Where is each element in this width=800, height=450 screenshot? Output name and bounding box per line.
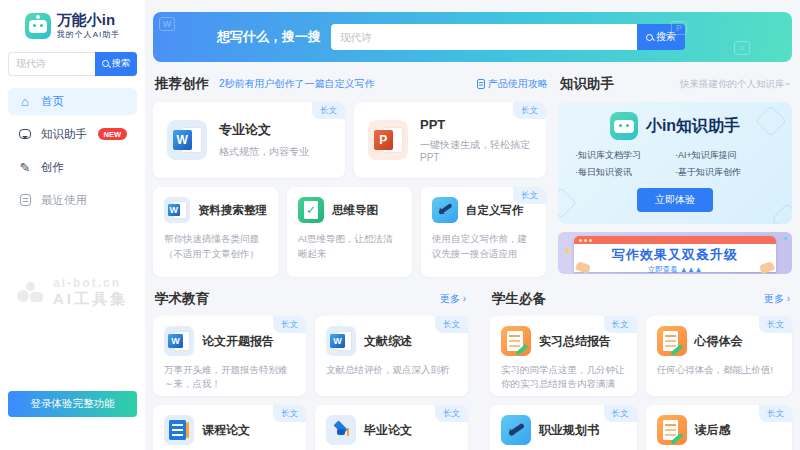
home-icon (18, 94, 32, 108)
card-title: 职业规划书 (539, 422, 599, 439)
hero-search-input[interactable] (331, 24, 637, 50)
hero-banner: W P ≡ 想写什么，搜一搜 搜索 (153, 12, 792, 62)
product-guide-link[interactable]: 产品使用攻略 (477, 77, 548, 91)
search-icon (102, 60, 109, 67)
card-literature-review[interactable]: 长文 W 文献综述 文献总结评价，观点深入剖析 (315, 316, 468, 396)
knowledge-feature: ·知识库文档学习 (575, 149, 675, 162)
activity-ticker: 2秒前有用户创作了一篇自定义写作 (219, 77, 375, 91)
robot-logo-icon (25, 13, 51, 39)
doc-ghost-icon: ≡ (734, 41, 750, 55)
card-thesis-proposal[interactable]: 长文 W 论文开题报告 万事开头难，开题报告特别难～来，点我！ (153, 316, 306, 396)
student-title: 学生必备 (492, 290, 546, 308)
card-internship-report[interactable]: 长文 实习总结报告 实习的同学点这里，几分钟让你的实习总结报告内容满满 (490, 316, 637, 396)
word-icon: W (164, 197, 190, 223)
card-title: 课程论文 (202, 422, 250, 439)
card-graduation-thesis[interactable]: 长文 毕业论文 格式规范，内容专业的毕业 (315, 405, 468, 450)
long-text-badge: 长文 (435, 316, 468, 333)
long-text-badge: 长文 (604, 316, 637, 333)
long-text-badge: 长文 (435, 405, 468, 422)
card-research-organize[interactable]: W 资料搜索整理 帮你快速搞懂各类问题（不适用于文章创作） (153, 187, 278, 277)
academic-title: 学术教育 (155, 290, 209, 308)
app-logo: 万能小in 我的个人AI助手 (8, 8, 137, 48)
graduation-cap-icon (326, 415, 356, 445)
sidebar-item-recent[interactable]: 最近使用 (8, 187, 137, 214)
card-course-paper[interactable]: 长文 课程论文 格式规范，内容专业的课程 (153, 405, 306, 450)
recommend-title: 推荐创作 (155, 75, 209, 93)
word-icon: W (326, 326, 356, 356)
login-button[interactable]: 登录体验完整功能 (8, 391, 137, 417)
report-icon (501, 326, 531, 356)
hex-decoration (771, 203, 792, 224)
star-icon: ★ (564, 246, 572, 256)
long-text-badge: 长文 (604, 405, 637, 422)
chat-icon (18, 127, 32, 141)
card-title: 读后感 (695, 422, 731, 439)
card-title: 文献综述 (364, 333, 412, 350)
pen-icon (501, 415, 531, 445)
pen-icon (432, 197, 458, 223)
long-text-badge: 长文 (759, 405, 792, 422)
app-window: 万能小in 我的个人AI助手 搜索 首页 知识助手 NEW 创作 (0, 0, 800, 450)
card-title: 资料搜索整理 (198, 203, 267, 218)
card-desc: 文献总结评价，观点深入剖析 (326, 363, 457, 392)
word-ghost-icon: W (159, 17, 175, 31)
promo-banner[interactable]: ★ ✦ 写作效果又双叒升级 立即查看 ▲▲▲ (558, 232, 792, 274)
academic-more-link[interactable]: 更多 › (440, 292, 466, 306)
card-title: 实习总结报告 (539, 333, 611, 350)
long-text-badge: 长文 (312, 102, 345, 119)
student-more-link[interactable]: 更多 › (764, 292, 790, 306)
sidebar-item-label: 创作 (41, 160, 64, 175)
promo-window-bar (574, 236, 776, 244)
new-badge: NEW (98, 128, 128, 140)
word-icon: W (167, 120, 207, 160)
knowledge-feature: ·AI+知识库提问 (675, 149, 775, 162)
experience-now-button[interactable]: 立即体验 (637, 188, 713, 212)
sidebar-item-home[interactable]: 首页 (8, 88, 137, 115)
knowledge-feature: ·每日知识资讯 (575, 166, 675, 179)
sidebar-item-knowledge-assistant[interactable]: 知识助手 NEW (8, 121, 137, 148)
robot-icon (610, 112, 638, 140)
mindmap-icon: ✓ (298, 197, 324, 223)
card-professional-paper[interactable]: 长文 W 专业论文 格式规范，内容专业 (153, 102, 345, 178)
sidebar-item-create[interactable]: 创作 (8, 154, 137, 181)
card-title: 专业论文 (219, 121, 309, 139)
card-custom-writing[interactable]: 长文 自定义写作 使用自定义写作前，建议先搜一搜合适应用 (421, 187, 546, 277)
card-title: 心得体会 (695, 333, 743, 350)
hex-decoration (558, 187, 577, 218)
card-desc: 实习的同学点这里，几分钟让你的实习总结报告内容满满 (501, 363, 626, 392)
section-academic: 学术教育 更多 › 长文 W 论文开题报告 万事开头难，开题报告特别难～来，点我… (153, 290, 468, 450)
card-title: PPT (420, 117, 532, 132)
card-desc: 格式规范，内容专业 (219, 145, 309, 159)
sidebar-search-input[interactable] (8, 52, 95, 76)
sidebar-item-label: 最近使用 (41, 193, 87, 208)
card-career-plan[interactable]: 长文 职业规划书 (490, 405, 637, 450)
card-mindmap[interactable]: ✓ 思维导图 AI思维导图，让想法清晰起来 (287, 187, 412, 277)
sidebar-search-button[interactable]: 搜索 (95, 52, 137, 76)
sidebar: 万能小in 我的个人AI助手 搜索 首页 知识助手 NEW 创作 (0, 0, 145, 450)
card-desc: 使用自定义写作前，建议先搜一搜合适应用 (432, 232, 535, 261)
card-title: 思维导图 (332, 203, 378, 218)
sidebar-nav: 首页 知识助手 NEW 创作 最近使用 (8, 88, 137, 214)
knowledge-panel-title: 小in知识助手 (646, 116, 740, 137)
doc-list-icon (164, 415, 194, 445)
card-desc: 一键快速生成，轻松搞定PPT (420, 138, 532, 163)
long-text-badge: 长文 (273, 316, 306, 333)
app-title: 万能小in (57, 12, 121, 29)
long-text-badge: 长文 (759, 316, 792, 333)
long-text-badge: 长文 (513, 187, 546, 204)
sidebar-item-label: 知识助手 (41, 127, 87, 142)
knowledge-assistant-panel: 小in知识助手 ·知识库文档学习 ·AI+知识库提问 ·每日知识资讯 ·基于知识… (558, 102, 792, 224)
card-book-review[interactable]: 长文 读后感 (646, 405, 793, 450)
word-icon: W (164, 326, 194, 356)
card-ppt[interactable]: 长文 P PPT 一键快速生成，轻松搞定PPT (354, 102, 546, 178)
watermark-line1: ai-bot.cn (53, 276, 128, 290)
watermark: ai-bot.cn AI工具集 (8, 276, 137, 309)
sidebar-item-label: 首页 (41, 94, 64, 109)
app-subtitle: 我的个人AI助手 (57, 29, 121, 40)
card-title: 自定义写作 (466, 203, 524, 218)
card-reflections[interactable]: 长文 心得体会 任何心得体会，都能上价值! (646, 316, 793, 396)
long-text-badge: 长文 (273, 405, 306, 422)
sparkle-icon: ✦ (782, 235, 788, 243)
ppt-icon: P (368, 120, 408, 160)
card-desc: 任何心得体会，都能上价值! (657, 363, 782, 392)
